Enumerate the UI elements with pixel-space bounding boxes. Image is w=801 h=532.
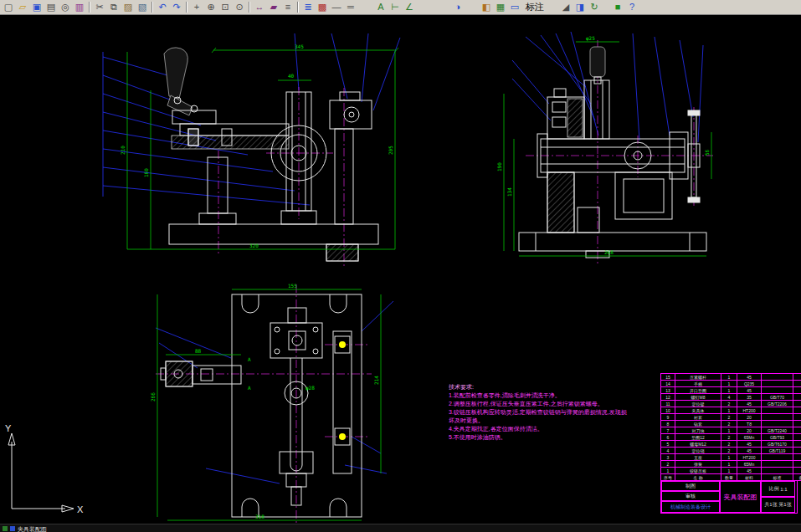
svg-text:214: 214 xyxy=(373,376,379,385)
parts-list-cell xyxy=(793,434,801,441)
plan-view-geometry xyxy=(161,294,362,517)
new-file-icon[interactable]: ▢ xyxy=(2,1,15,14)
area-icon[interactable]: ▰ xyxy=(267,1,280,14)
parts-list-header-cell: 标准 xyxy=(762,474,793,481)
layer-color-icon[interactable]: ▩ xyxy=(316,1,329,14)
parts-list-cell xyxy=(793,454,801,461)
parts-list-cell: 夹具体 xyxy=(675,407,721,414)
plot-icon[interactable]: ▤ xyxy=(44,1,58,14)
parts-list-cell xyxy=(762,461,793,468)
dim-linear-icon[interactable]: ⊢ xyxy=(388,1,402,14)
dim-angular-icon[interactable]: ∠ xyxy=(403,1,416,14)
copy-icon[interactable]: ⧉ xyxy=(107,1,121,14)
linetype-icon[interactable]: — xyxy=(330,1,343,14)
parts-list-cell xyxy=(793,401,801,407)
parts-list-cell: 螺钉M8 xyxy=(675,394,721,401)
zoom-realtime-icon[interactable]: ⊕ xyxy=(204,1,218,14)
style-manager-icon[interactable]: ◨ xyxy=(573,1,587,14)
tech-note-line: 5.不使用时涂油防锈。 xyxy=(449,433,662,442)
save-icon[interactable]: ▣ xyxy=(30,1,44,14)
list-icon[interactable]: ≡ xyxy=(281,1,295,14)
block-icon[interactable]: ◧ xyxy=(480,1,493,14)
parts-list-row: 8钻套2T8 xyxy=(661,421,801,427)
dim-update-icon[interactable]: ↻ xyxy=(588,1,601,14)
layers-icon[interactable]: ≣ xyxy=(301,1,315,14)
plot-preview-icon[interactable]: ◎ xyxy=(59,1,72,14)
parts-list-cell: 5 xyxy=(661,441,675,448)
parts-list-cell: 3 xyxy=(661,454,675,461)
parts-list-cell: 1 xyxy=(721,387,737,394)
parts-list-cell: 1 xyxy=(721,381,737,387)
parts-list-row: 15压紧螺杆145 xyxy=(661,374,801,381)
parts-list-cell xyxy=(793,407,801,414)
parts-list-cell xyxy=(762,381,793,387)
parts-list-cell: 45 xyxy=(737,448,762,454)
scale-cell: 比例 1:1 xyxy=(761,481,795,497)
ucs-x-label: X xyxy=(77,504,84,514)
front-view-leader-lines xyxy=(103,33,400,205)
parts-list-cell xyxy=(762,421,793,427)
orbit-icon[interactable]: ◑ xyxy=(451,1,465,14)
parts-list-cell xyxy=(793,421,801,427)
parts-list-cell: 4 xyxy=(721,394,737,401)
parts-list-cell: 2 xyxy=(721,414,737,421)
svg-text:266: 266 xyxy=(150,392,156,402)
svg-text:88: 88 xyxy=(195,348,202,354)
parts-list-cell xyxy=(762,414,793,421)
field-icon[interactable]: ▭ xyxy=(508,1,521,14)
zoom-previous-icon[interactable]: ⊙ xyxy=(233,1,246,14)
svg-text:320: 320 xyxy=(249,243,259,248)
drawing-canvas[interactable]: 345 210 160 205 320 40 xyxy=(0,15,801,524)
dim-style-icon[interactable]: ◢ xyxy=(559,1,573,14)
parts-list-cell: GB/T119 xyxy=(762,448,793,454)
parts-list-cell xyxy=(793,414,801,421)
plan-view-dimensions: 266 155 318 214 88 φ28 A A xyxy=(150,283,381,520)
parts-list-cell: 65Mn xyxy=(737,434,762,441)
parts-list-cell: HT200 xyxy=(737,454,762,461)
text-style-icon[interactable]: A xyxy=(374,1,388,14)
svg-text:190: 190 xyxy=(496,162,502,171)
pan-icon[interactable]: + xyxy=(190,1,203,14)
parts-list-cell: 8 xyxy=(661,421,675,427)
publish-icon[interactable]: ▥ xyxy=(73,1,86,14)
open-icon[interactable]: ▱ xyxy=(16,1,29,14)
undo-icon[interactable]: ↶ xyxy=(156,1,169,14)
table-icon[interactable]: ▦ xyxy=(494,1,507,14)
parts-list-row: 1铰链压板145 xyxy=(661,468,801,474)
parts-list-cell: GB/T93 xyxy=(762,434,793,441)
parts-list-cell xyxy=(793,441,801,448)
parts-list-row: 10夹具体1HT200 xyxy=(661,407,801,414)
parts-list-cell: 15 xyxy=(661,374,675,381)
side-view-geometry xyxy=(519,47,706,258)
parts-list-cell: HT200 xyxy=(737,407,762,414)
parts-list-cell: 1 xyxy=(721,407,737,414)
parts-list-header-cell: 备注 xyxy=(793,474,801,481)
front-view-geometry xyxy=(164,48,378,261)
tech-notes-lines: 1.装配前检查各零件,清除毛刺并清洗干净。2.调整压板行程,保证压头垂直压紧工件… xyxy=(449,391,662,442)
tech-note-line: 坏及时更换。 xyxy=(449,417,662,425)
parts-list-cell: 10 xyxy=(661,407,675,414)
taskbar-app-button[interactable]: 夹具装配图 xyxy=(18,526,47,532)
parts-list-header-cell: 名 称 xyxy=(675,474,721,481)
parts-list-cell: 1 xyxy=(721,461,737,468)
parts-list-cell: 2 xyxy=(721,448,737,454)
redo-icon[interactable]: ↷ xyxy=(170,1,183,14)
green-cube-icon[interactable]: ■ xyxy=(611,1,624,14)
match-properties-icon[interactable]: ▧ xyxy=(136,1,149,14)
help-icon[interactable]: ? xyxy=(625,1,639,14)
toolbar-gap xyxy=(548,7,558,8)
cut-icon[interactable]: ✂ xyxy=(93,1,106,14)
taskbar-green-icon xyxy=(3,526,8,531)
zoom-window-icon[interactable]: ⊡ xyxy=(218,1,232,14)
toolbar-separator xyxy=(297,2,299,13)
parts-list-header-cell: 材料 xyxy=(737,474,762,481)
parts-list-cell xyxy=(793,427,801,434)
parts-list-cell: GB/T70 xyxy=(762,394,793,401)
parts-list-cell: 1 xyxy=(721,468,737,474)
distance-icon[interactable]: ↔ xyxy=(253,1,266,14)
paste-icon[interactable]: ▨ xyxy=(121,1,135,14)
course-name: 机械制造装备设计 xyxy=(661,501,720,513)
parts-list-cell: 1 xyxy=(661,468,675,474)
lineweight-icon[interactable]: ═ xyxy=(344,1,357,14)
parts-list-cell: 钻套 xyxy=(675,421,721,427)
